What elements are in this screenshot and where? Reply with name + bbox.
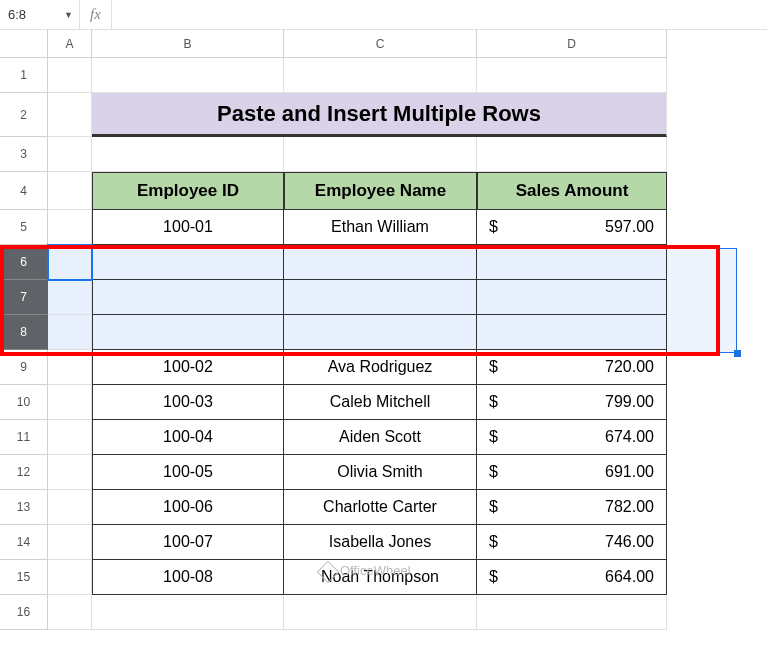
- cell-A4[interactable]: [48, 172, 92, 210]
- col-header-A[interactable]: A: [48, 30, 92, 58]
- cell-B5[interactable]: 100-01: [92, 210, 284, 245]
- cell-C1[interactable]: [284, 58, 477, 93]
- name-box[interactable]: 6:8 ▼: [0, 0, 80, 29]
- selection-handle[interactable]: [734, 350, 741, 357]
- row-header-11[interactable]: 11: [0, 420, 48, 455]
- cell-C3[interactable]: [284, 137, 477, 172]
- cell-D5[interactable]: $597.00: [477, 210, 667, 245]
- cell-A11[interactable]: [48, 420, 92, 455]
- cell-B8[interactable]: [92, 315, 284, 350]
- row-4: 4 Employee ID Employee Name Sales Amount: [0, 172, 767, 210]
- cell-D8[interactable]: [477, 315, 667, 350]
- row-14: 14 100-07 Isabella Jones $746.00: [0, 525, 767, 560]
- cell-C7[interactable]: [284, 280, 477, 315]
- row-header-6[interactable]: 6: [0, 245, 48, 280]
- row-11: 11 100-04 Aiden Scott $674.00: [0, 420, 767, 455]
- row-header-14[interactable]: 14: [0, 525, 48, 560]
- cell-A15[interactable]: [48, 560, 92, 595]
- cell-C13[interactable]: Charlotte Carter: [284, 490, 477, 525]
- col-header-B[interactable]: B: [92, 30, 284, 58]
- header-sales[interactable]: Sales Amount: [477, 172, 667, 210]
- cell-A14[interactable]: [48, 525, 92, 560]
- cell-C15[interactable]: Noah Thompson: [284, 560, 477, 595]
- row-15: 15 100-08 Noah Thompson $664.00: [0, 560, 767, 595]
- col-header-C[interactable]: C: [284, 30, 477, 58]
- cell-C6[interactable]: [284, 245, 477, 280]
- cell-C9[interactable]: Ava Rodriguez: [284, 350, 477, 385]
- cell-C8[interactable]: [284, 315, 477, 350]
- cell-B9[interactable]: 100-02: [92, 350, 284, 385]
- header-emp-id[interactable]: Employee ID: [92, 172, 284, 210]
- cell-C12[interactable]: Olivia Smith: [284, 455, 477, 490]
- cell-A9[interactable]: [48, 350, 92, 385]
- cell-D9[interactable]: $720.00: [477, 350, 667, 385]
- row-header-2[interactable]: 2: [0, 93, 48, 137]
- col-header-D[interactable]: D: [477, 30, 667, 58]
- cell-C5[interactable]: Ethan William: [284, 210, 477, 245]
- header-emp-name[interactable]: Employee Name: [284, 172, 477, 210]
- cell-A2[interactable]: [48, 93, 92, 137]
- dropdown-icon[interactable]: ▼: [64, 10, 73, 20]
- row-header-5[interactable]: 5: [0, 210, 48, 245]
- row-header-4[interactable]: 4: [0, 172, 48, 210]
- cell-B10[interactable]: 100-03: [92, 385, 284, 420]
- cell-B11[interactable]: 100-04: [92, 420, 284, 455]
- row-7: 7: [0, 280, 767, 315]
- cell-B15[interactable]: 100-08: [92, 560, 284, 595]
- cell-A6[interactable]: [48, 245, 92, 280]
- spreadsheet-grid: A B C D 1 2 Paste and Insert Multiple Ro…: [0, 30, 767, 630]
- cell-A16[interactable]: [48, 595, 92, 630]
- cell-B12[interactable]: 100-05: [92, 455, 284, 490]
- cell-D10[interactable]: $799.00: [477, 385, 667, 420]
- cell-B3[interactable]: [92, 137, 284, 172]
- row-5: 5 100-01 Ethan William $597.00: [0, 210, 767, 245]
- cell-C11[interactable]: Aiden Scott: [284, 420, 477, 455]
- row-2: 2 Paste and Insert Multiple Rows: [0, 93, 767, 137]
- row-header-13[interactable]: 13: [0, 490, 48, 525]
- cell-D16[interactable]: [477, 595, 667, 630]
- formula-input[interactable]: [111, 0, 767, 29]
- select-all-corner[interactable]: [0, 30, 48, 58]
- cell-B13[interactable]: 100-06: [92, 490, 284, 525]
- row-header-9[interactable]: 9: [0, 350, 48, 385]
- cell-D7[interactable]: [477, 280, 667, 315]
- row-header-7[interactable]: 7: [0, 280, 48, 315]
- cell-C14[interactable]: Isabella Jones: [284, 525, 477, 560]
- cell-D11[interactable]: $674.00: [477, 420, 667, 455]
- row-6: 6: [0, 245, 767, 280]
- cell-D12[interactable]: $691.00: [477, 455, 667, 490]
- cell-D15[interactable]: $664.00: [477, 560, 667, 595]
- cell-D13[interactable]: $782.00: [477, 490, 667, 525]
- cell-A5[interactable]: [48, 210, 92, 245]
- cell-A12[interactable]: [48, 455, 92, 490]
- row-header-1[interactable]: 1: [0, 58, 48, 93]
- cell-A10[interactable]: [48, 385, 92, 420]
- title-text: Paste and Insert Multiple Rows: [217, 101, 541, 127]
- cell-B7[interactable]: [92, 280, 284, 315]
- cell-B14[interactable]: 100-07: [92, 525, 284, 560]
- row-header-10[interactable]: 10: [0, 385, 48, 420]
- cell-B1[interactable]: [92, 58, 284, 93]
- cell-D6[interactable]: [477, 245, 667, 280]
- row-header-3[interactable]: 3: [0, 137, 48, 172]
- row-header-8[interactable]: 8: [0, 315, 48, 350]
- cell-B16[interactable]: [92, 595, 284, 630]
- cell-A8[interactable]: [48, 315, 92, 350]
- cell-A1[interactable]: [48, 58, 92, 93]
- title-cell[interactable]: Paste and Insert Multiple Rows: [92, 93, 667, 137]
- row-header-15[interactable]: 15: [0, 560, 48, 595]
- cell-D14[interactable]: $746.00: [477, 525, 667, 560]
- cell-D1[interactable]: [477, 58, 667, 93]
- cell-C10[interactable]: Caleb Mitchell: [284, 385, 477, 420]
- row-9: 9 100-02 Ava Rodriguez $720.00: [0, 350, 767, 385]
- row-16: 16: [0, 595, 767, 630]
- cell-C16[interactable]: [284, 595, 477, 630]
- cell-A7[interactable]: [48, 280, 92, 315]
- fx-label: fx: [80, 6, 111, 23]
- cell-B6[interactable]: [92, 245, 284, 280]
- cell-A13[interactable]: [48, 490, 92, 525]
- cell-D3[interactable]: [477, 137, 667, 172]
- row-header-16[interactable]: 16: [0, 595, 48, 630]
- cell-A3[interactable]: [48, 137, 92, 172]
- row-header-12[interactable]: 12: [0, 455, 48, 490]
